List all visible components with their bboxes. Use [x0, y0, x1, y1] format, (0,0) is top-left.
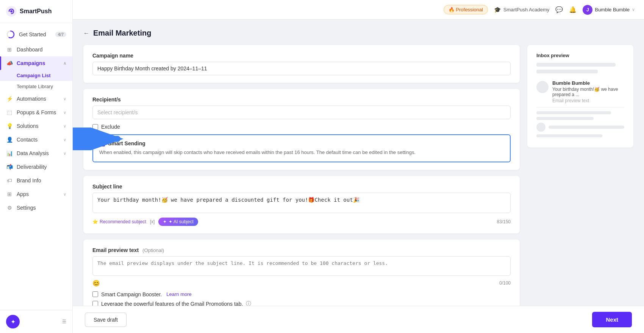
svg-point-1 [10, 10, 13, 12]
message-icon[interactable]: 💬 [555, 6, 563, 13]
collapse-icon: ☰ [62, 319, 66, 324]
save-draft-button[interactable]: Save draft [85, 313, 127, 327]
ai-assistant-button[interactable]: ✦ [6, 315, 20, 328]
preview-count: 0/100 [499, 280, 511, 286]
sidebar-sub-template-library[interactable]: Template Library [0, 81, 72, 92]
bell-icon[interactable]: 🔔 [569, 6, 577, 13]
sidebar-dashboard-label: Dashboard [17, 47, 43, 53]
recommended-subject-tag[interactable]: ⭐ Recommended subject [92, 219, 146, 224]
preview-line-5 [549, 126, 624, 129]
preview-line-1 [536, 63, 616, 67]
inbox-preview-title: Inbox preview [536, 53, 624, 58]
form-main: Campaign name Recipient/s Exclude [83, 45, 520, 306]
plan-badge: 🔥 Professional [444, 5, 488, 14]
campaign-name-card: Campaign name [83, 45, 520, 83]
sidebar-item-solutions[interactable]: 💡 Solutions ∨ [0, 119, 72, 133]
user-avatar: J [583, 5, 592, 15]
preview-pretext: Email preview text [552, 98, 624, 103]
sidebar-get-started-label: Get Started [19, 31, 46, 37]
learn-more-link[interactable]: Learn more [166, 291, 191, 297]
user-menu[interactable]: J Bumble Bumble ∨ [583, 5, 635, 15]
sidebar-popups-label: Popups & Forms [17, 109, 56, 115]
back-button[interactable]: ← [83, 30, 89, 37]
sidebar-item-popups[interactable]: ⬚ Popups & Forms ∨ [0, 106, 72, 119]
preview-line-2 [536, 70, 598, 73]
page-header: ← Email Marketing [83, 29, 633, 37]
preview-email-content: Bumble Bumble Your birthday month!🥳 we h… [552, 80, 624, 103]
smartpush-logo-icon [6, 6, 17, 17]
sidebar-item-automations[interactable]: ⚡ Automations ∨ [0, 92, 72, 106]
bottom-bar: Save draft Next [73, 306, 644, 333]
preview-text-card: Email preview text (Optional) 😊 0/100 Sm… [83, 240, 520, 306]
sidebar-item-dashboard[interactable]: ⊞ Dashboard [0, 43, 72, 56]
preview-text-input[interactable] [92, 256, 511, 276]
sidebar-item-contacts[interactable]: 👤 Contacts ∨ [0, 133, 72, 146]
recipients-label: Recipient/s [92, 96, 511, 103]
preview-line-6 [536, 134, 602, 137]
booster-checkbox[interactable] [92, 291, 98, 297]
sidebar-deliverability-label: Deliverability [17, 164, 47, 170]
smart-sending-checkbox[interactable] [99, 141, 105, 146]
next-button[interactable]: Next [592, 312, 632, 327]
sidebar-sub-campaign-list[interactable]: Campaign List [0, 70, 72, 81]
campaign-name-input[interactable] [92, 62, 511, 75]
sidebar-item-data-analysis[interactable]: 📊 Data Analysis ∨ [0, 146, 72, 160]
sidebar-automations-label: Automations [17, 96, 46, 102]
settings-icon: ⚙ [6, 204, 13, 211]
sidebar-item-campaigns[interactable]: 📣 Campaigns ∧ [0, 56, 72, 70]
subject-line-card: Subject line ⭐ Recommended subject [x] ✦… [83, 176, 520, 233]
preview-lines-bottom [536, 111, 624, 137]
popups-chevron-icon: ∨ [63, 110, 66, 115]
preview-sender-avatar [536, 81, 549, 93]
main-area: 🔥 Professional 🎓 SmartPush Academy 💬 🔔 J… [73, 0, 644, 333]
sidebar-item-get-started[interactable]: Get Started 4/7 [0, 26, 72, 43]
preview-footer: 😊 0/100 [92, 280, 511, 287]
brand-info-icon: 🏷 [6, 177, 13, 184]
sidebar-footer: ✦ ☰ [0, 310, 72, 333]
sidebar-apps-label: Apps [17, 191, 29, 197]
subject-count: 83/150 [497, 219, 511, 224]
get-started-badge: 4/7 [55, 32, 66, 37]
smart-sending-desc: When enabled, this campaign will skip co… [99, 149, 504, 156]
gmail-info-icon[interactable]: ⓘ [246, 300, 251, 306]
sidebar-nav: Get Started 4/7 ⊞ Dashboard 📣 Campaigns … [0, 23, 72, 310]
recipients-input[interactable] [92, 106, 511, 119]
dashboard-icon: ⊞ [6, 46, 13, 53]
gmail-label: Leverage the powerful features of the Gm… [101, 301, 243, 306]
solutions-icon: 💡 [6, 123, 13, 129]
subject-line-input[interactable] [92, 193, 511, 213]
x-variable-tag[interactable]: [x] [150, 219, 155, 224]
sidebar-logo: SmartPush [0, 0, 72, 23]
page-title: Email Marketing [93, 29, 151, 37]
automations-icon: ⚡ [6, 95, 13, 102]
form-section: Campaign name Recipient/s Exclude [83, 45, 633, 306]
campaigns-chevron-icon: ∧ [63, 61, 66, 66]
sidebar-item-brand-info[interactable]: 🏷 Brand Info [0, 174, 72, 187]
app-name: SmartPush [20, 8, 52, 15]
subject-line-label: Subject line [92, 184, 511, 190]
campaigns-icon: 📣 [6, 60, 13, 67]
smart-sending-box: Smart Sending When enabled, this campaig… [92, 134, 511, 162]
sidebar-item-apps[interactable]: ⊞ Apps ∨ [0, 187, 72, 201]
sidebar-data-analysis-label: Data Analysis [17, 150, 49, 156]
gmail-promo-checkbox[interactable] [92, 301, 98, 306]
sidebar-brand-info-label: Brand Info [17, 177, 41, 184]
preview-dot-row [536, 123, 624, 132]
ai-subject-button[interactable]: ✦ ✦ AI subject [158, 218, 198, 226]
sidebar-contacts-label: Contacts [17, 137, 38, 143]
apps-chevron-icon: ∨ [63, 192, 66, 197]
exclude-checkbox[interactable] [92, 124, 98, 130]
sidebar-item-deliverability[interactable]: 📬 Deliverability [0, 160, 72, 174]
solutions-chevron-icon: ∨ [63, 124, 66, 129]
preview-line-4 [536, 117, 594, 120]
star-icon: ⭐ [92, 219, 98, 224]
sidebar-campaigns-label: Campaigns [17, 60, 45, 66]
deliverability-icon: 📬 [6, 163, 13, 170]
plan-badge-label: 🔥 Professional [449, 7, 483, 12]
preview-dot [536, 123, 546, 132]
academy-link[interactable]: 🎓 SmartPush Academy [494, 6, 549, 13]
content-area: ← Email Marketing Campaign name [73, 20, 644, 306]
sidebar-item-settings[interactable]: ⚙ Settings [0, 201, 72, 215]
emoji-icon[interactable]: 😊 [92, 280, 100, 287]
sidebar-collapse-button[interactable]: ☰ [62, 319, 66, 324]
